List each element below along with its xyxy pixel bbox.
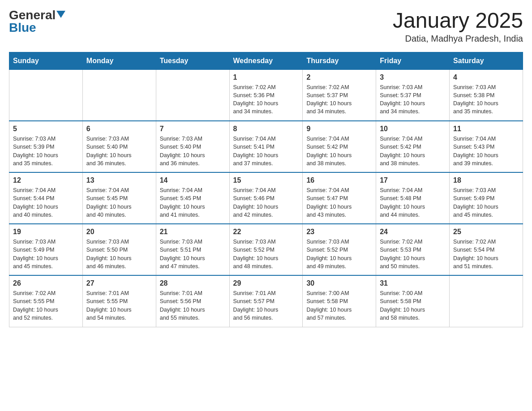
calendar-week-row: 1Sunrise: 7:02 AM Sunset: 5:36 PM Daylig… [9,69,523,121]
day-info: Sunrise: 7:03 AM Sunset: 5:38 PM Dayligh… [453,83,519,116]
day-of-week-header: Saturday [450,52,523,69]
day-number: 26 [13,279,79,287]
day-info: Sunrise: 7:01 AM Sunset: 5:56 PM Dayligh… [160,289,226,322]
day-info: Sunrise: 7:04 AM Sunset: 5:46 PM Dayligh… [233,186,299,219]
calendar-day-cell: 9Sunrise: 7:04 AM Sunset: 5:42 PM Daylig… [303,121,376,172]
day-number: 29 [233,279,299,287]
day-info: Sunrise: 7:00 AM Sunset: 5:58 PM Dayligh… [306,289,372,322]
day-info: Sunrise: 7:01 AM Sunset: 5:55 PM Dayligh… [86,289,152,322]
day-number: 5 [13,125,79,133]
day-info: Sunrise: 7:02 AM Sunset: 5:53 PM Dayligh… [380,238,446,270]
day-info: Sunrise: 7:03 AM Sunset: 5:50 PM Dayligh… [86,238,152,270]
day-info: Sunrise: 7:03 AM Sunset: 5:52 PM Dayligh… [233,238,299,270]
day-number: 22 [233,228,299,236]
day-number: 2 [306,73,372,81]
calendar-day-cell: 6Sunrise: 7:03 AM Sunset: 5:40 PM Daylig… [82,121,156,172]
calendar-week-row: 12Sunrise: 7:04 AM Sunset: 5:44 PM Dayli… [9,172,523,224]
calendar-day-cell: 15Sunrise: 7:04 AM Sunset: 5:46 PM Dayli… [229,172,303,224]
day-info: Sunrise: 7:04 AM Sunset: 5:45 PM Dayligh… [86,186,152,219]
day-info: Sunrise: 7:04 AM Sunset: 5:48 PM Dayligh… [380,186,446,219]
day-info: Sunrise: 7:03 AM Sunset: 5:40 PM Dayligh… [86,135,152,167]
logo-general-text: General [9,9,56,21]
day-number: 12 [13,176,79,184]
calendar-day-cell: 14Sunrise: 7:04 AM Sunset: 5:45 PM Dayli… [156,172,229,224]
day-info: Sunrise: 7:02 AM Sunset: 5:54 PM Dayligh… [453,238,519,270]
page-header: General Blue January 2025 Datia, Madhya … [9,9,523,44]
day-info: Sunrise: 7:04 AM Sunset: 5:42 PM Dayligh… [380,135,446,167]
calendar-day-cell: 7Sunrise: 7:03 AM Sunset: 5:40 PM Daylig… [156,121,229,172]
day-info: Sunrise: 7:04 AM Sunset: 5:43 PM Dayligh… [453,135,519,167]
calendar-day-cell: 28Sunrise: 7:01 AM Sunset: 5:56 PM Dayli… [156,275,229,327]
calendar-day-cell [82,69,156,121]
day-number: 21 [160,228,226,236]
calendar-day-cell: 31Sunrise: 7:00 AM Sunset: 5:58 PM Dayli… [376,275,450,327]
calendar-day-cell: 27Sunrise: 7:01 AM Sunset: 5:55 PM Dayli… [82,275,156,327]
day-number: 24 [380,228,446,236]
day-info: Sunrise: 7:02 AM Sunset: 5:55 PM Dayligh… [13,289,79,322]
calendar-location: Datia, Madhya Pradesh, India [393,34,523,44]
day-of-week-header: Sunday [9,52,83,69]
day-info: Sunrise: 7:04 AM Sunset: 5:41 PM Dayligh… [233,135,299,167]
calendar-week-row: 5Sunrise: 7:03 AM Sunset: 5:39 PM Daylig… [9,121,523,172]
day-number: 18 [453,176,519,184]
day-number: 11 [453,125,519,133]
calendar-week-row: 26Sunrise: 7:02 AM Sunset: 5:55 PM Dayli… [9,275,523,327]
day-of-week-header: Tuesday [156,52,229,69]
calendar-day-cell: 16Sunrise: 7:04 AM Sunset: 5:47 PM Dayli… [303,172,376,224]
day-info: Sunrise: 7:03 AM Sunset: 5:40 PM Dayligh… [160,135,226,167]
calendar-day-cell: 12Sunrise: 7:04 AM Sunset: 5:44 PM Dayli… [9,172,83,224]
calendar-day-cell: 13Sunrise: 7:04 AM Sunset: 5:45 PM Dayli… [82,172,156,224]
calendar-day-cell: 24Sunrise: 7:02 AM Sunset: 5:53 PM Dayli… [376,224,450,275]
calendar-day-cell: 20Sunrise: 7:03 AM Sunset: 5:50 PM Dayli… [82,224,156,275]
day-number: 6 [86,125,152,133]
day-of-week-header: Thursday [303,52,376,69]
logo-triangle-icon [56,11,65,18]
calendar-day-cell: 29Sunrise: 7:01 AM Sunset: 5:57 PM Dayli… [229,275,303,327]
day-number: 8 [233,125,299,133]
calendar-week-row: 19Sunrise: 7:03 AM Sunset: 5:49 PM Dayli… [9,224,523,275]
day-info: Sunrise: 7:04 AM Sunset: 5:42 PM Dayligh… [306,135,372,167]
day-number: 14 [160,176,226,184]
day-info: Sunrise: 7:04 AM Sunset: 5:45 PM Dayligh… [160,186,226,219]
calendar-day-cell: 10Sunrise: 7:04 AM Sunset: 5:42 PM Dayli… [376,121,450,172]
calendar-day-cell: 4Sunrise: 7:03 AM Sunset: 5:38 PM Daylig… [450,69,523,121]
calendar-title: January 2025 [393,9,523,33]
calendar-day-cell: 17Sunrise: 7:04 AM Sunset: 5:48 PM Dayli… [376,172,450,224]
calendar-day-cell: 18Sunrise: 7:03 AM Sunset: 5:49 PM Dayli… [450,172,523,224]
calendar-day-cell: 11Sunrise: 7:04 AM Sunset: 5:43 PM Dayli… [450,121,523,172]
calendar-day-cell [450,275,523,327]
day-of-week-header: Monday [82,52,156,69]
calendar-day-cell: 2Sunrise: 7:02 AM Sunset: 5:37 PM Daylig… [303,69,376,121]
calendar-day-cell: 19Sunrise: 7:03 AM Sunset: 5:49 PM Dayli… [9,224,83,275]
day-info: Sunrise: 7:02 AM Sunset: 5:37 PM Dayligh… [306,83,372,116]
title-block: January 2025 Datia, Madhya Pradesh, Indi… [393,9,523,44]
logo-blue-text: Blue [9,21,36,34]
day-number: 4 [453,73,519,81]
day-number: 17 [380,176,446,184]
day-number: 20 [86,228,152,236]
calendar-day-cell [156,69,229,121]
day-number: 16 [306,176,372,184]
day-info: Sunrise: 7:04 AM Sunset: 5:47 PM Dayligh… [306,186,372,219]
day-number: 10 [380,125,446,133]
calendar-day-cell: 21Sunrise: 7:03 AM Sunset: 5:51 PM Dayli… [156,224,229,275]
calendar-day-cell: 1Sunrise: 7:02 AM Sunset: 5:36 PM Daylig… [229,69,303,121]
calendar-day-cell: 22Sunrise: 7:03 AM Sunset: 5:52 PM Dayli… [229,224,303,275]
day-info: Sunrise: 7:03 AM Sunset: 5:49 PM Dayligh… [13,238,79,270]
day-number: 9 [306,125,372,133]
day-number: 19 [13,228,79,236]
day-of-week-header: Wednesday [229,52,303,69]
day-info: Sunrise: 7:03 AM Sunset: 5:37 PM Dayligh… [380,83,446,116]
calendar-day-cell: 26Sunrise: 7:02 AM Sunset: 5:55 PM Dayli… [9,275,83,327]
day-info: Sunrise: 7:03 AM Sunset: 5:51 PM Dayligh… [160,238,226,270]
day-info: Sunrise: 7:00 AM Sunset: 5:58 PM Dayligh… [380,289,446,322]
calendar-day-cell: 25Sunrise: 7:02 AM Sunset: 5:54 PM Dayli… [450,224,523,275]
calendar-day-cell: 23Sunrise: 7:03 AM Sunset: 5:52 PM Dayli… [303,224,376,275]
day-number: 28 [160,279,226,287]
day-number: 27 [86,279,152,287]
day-number: 3 [380,73,446,81]
day-info: Sunrise: 7:03 AM Sunset: 5:52 PM Dayligh… [306,238,372,270]
day-info: Sunrise: 7:04 AM Sunset: 5:44 PM Dayligh… [13,186,79,219]
day-info: Sunrise: 7:03 AM Sunset: 5:49 PM Dayligh… [453,186,519,219]
calendar-day-cell [9,69,83,121]
